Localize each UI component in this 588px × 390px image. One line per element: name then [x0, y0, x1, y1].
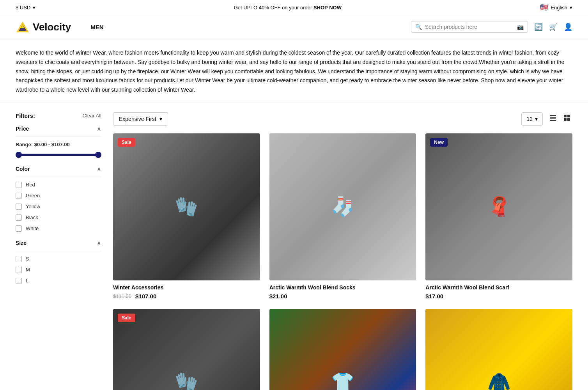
- currency-chevron-icon: ▾: [33, 5, 35, 11]
- sort-dropdown[interactable]: Expensive First ▾: [113, 112, 168, 126]
- product-thumbnail-6: 🧥: [425, 309, 572, 390]
- color-option-red[interactable]: Red: [16, 182, 101, 188]
- price-filter-title: Price: [16, 126, 29, 132]
- color-label-red: Red: [26, 182, 35, 188]
- grid-view-icon: [563, 114, 571, 122]
- header-right: 🔍 📷 🔄 🛒 👤: [411, 21, 572, 33]
- promo-link[interactable]: SHOP NOW: [313, 5, 342, 11]
- color-label-yellow: Yellow: [26, 204, 40, 209]
- size-label-s: S: [26, 256, 29, 262]
- color-checkbox-black[interactable]: [16, 214, 22, 221]
- color-chevron-icon: ∧: [97, 165, 101, 173]
- filter-header: Filters: Clear All: [16, 112, 101, 119]
- product-image-2: 🧦: [269, 133, 416, 280]
- price-range-separator: -: [48, 142, 51, 147]
- color-checkbox-green[interactable]: [16, 193, 22, 199]
- cart-button[interactable]: 🛒: [549, 23, 558, 31]
- range-thumb-left[interactable]: [16, 152, 22, 158]
- color-option-white[interactable]: White: [16, 225, 101, 232]
- sidebar: Filters: Clear All Price ∧ Range: $0.00 …: [16, 112, 101, 390]
- size-checkbox-s[interactable]: [16, 256, 22, 262]
- currency-label: $ USD: [16, 5, 30, 11]
- product-card-6[interactable]: 🧥 Yellow Winter Hoodie $45.00: [425, 309, 572, 390]
- product-image-3: New 🧣: [425, 133, 572, 280]
- search-icon: 🔍: [415, 24, 422, 30]
- product-thumbnail-3: 🧣: [425, 133, 572, 280]
- product-thumbnail-5: 👕: [269, 309, 416, 390]
- price-range-min: $0.00: [34, 142, 47, 147]
- product-card-2[interactable]: 🧦 Arctic Warmth Wool Blend Socks $21.00: [269, 133, 416, 300]
- product-image-1: Sale 🧤: [113, 133, 260, 280]
- size-filter-header[interactable]: Size ∧: [16, 239, 101, 251]
- header: Velocity MEN 🔍 📷 🔄 🛒 👤: [0, 15, 588, 39]
- view-list-button[interactable]: [547, 112, 558, 125]
- color-checkbox-white[interactable]: [16, 225, 22, 232]
- svg-rect-4: [550, 117, 556, 119]
- logo-icon: [16, 20, 30, 34]
- price-range-slider[interactable]: [16, 154, 101, 156]
- price-filter-header[interactable]: Price ∧: [16, 125, 101, 137]
- language-label: English: [551, 5, 567, 11]
- product-name-3: Arctic Warmth Wool Blend Scarf: [425, 284, 572, 291]
- product-card-3[interactable]: New 🧣 Arctic Warmth Wool Blend Scarf $17…: [425, 133, 572, 300]
- per-page-select[interactable]: 12 ▾: [521, 112, 543, 126]
- color-label-green: Green: [26, 193, 40, 199]
- size-option-s[interactable]: S: [16, 256, 101, 262]
- color-option-black[interactable]: Black: [16, 214, 101, 221]
- product-name-1: Winter Accessories: [113, 284, 260, 291]
- size-option-l[interactable]: L: [16, 278, 101, 284]
- price-range-text: Range:: [16, 142, 34, 147]
- list-view-icon: [549, 114, 557, 122]
- logo[interactable]: Velocity: [16, 20, 71, 34]
- product-badge-sale-4: Sale: [118, 314, 135, 322]
- color-checkbox-yellow[interactable]: [16, 204, 22, 210]
- camera-icon[interactable]: 📷: [517, 24, 524, 30]
- logo-text: Velocity: [33, 21, 71, 33]
- product-card-1[interactable]: Sale 🧤 Winter Accessories $111.00 $107.0…: [113, 133, 260, 300]
- color-option-yellow[interactable]: Yellow: [16, 204, 101, 210]
- svg-rect-7: [567, 115, 570, 117]
- view-grid-button[interactable]: [561, 112, 572, 125]
- product-area: Expensive First ▾ 12 ▾: [113, 112, 572, 390]
- per-page-value: 12: [526, 116, 533, 122]
- banner-paragraph: Welcome to the world of Winter Wear, whe…: [16, 48, 572, 95]
- range-thumb-right[interactable]: [95, 152, 101, 158]
- product-price-1: $111.00 $107.00: [113, 293, 260, 300]
- product-thumbnail-1: 🧤: [113, 133, 260, 280]
- currency-selector[interactable]: $ USD ▾: [16, 5, 35, 11]
- compare-button[interactable]: 🔄: [534, 23, 543, 31]
- top-bar: $ USD ▾ Get UPTO 40% OFF on your order S…: [0, 0, 588, 15]
- product-thumbnail-2: 🧦: [269, 133, 416, 280]
- account-button[interactable]: 👤: [564, 23, 572, 31]
- color-filter: Color ∧ Red Green Yellow Black White: [16, 165, 101, 232]
- language-selector[interactable]: 🇺🇸 English ▾: [540, 3, 572, 12]
- svg-rect-6: [564, 115, 567, 117]
- svg-rect-5: [550, 120, 556, 121]
- color-checkbox-red[interactable]: [16, 182, 22, 188]
- nav-item-men[interactable]: MEN: [90, 24, 103, 30]
- price-range-max: $107.00: [51, 142, 70, 147]
- product-name-2: Arctic Warmth Wool Blend Socks: [269, 284, 416, 291]
- svg-rect-3: [550, 115, 556, 116]
- promo-banner: Get UPTO 40% OFF on your order SHOP NOW: [35, 5, 540, 11]
- search-input[interactable]: [425, 24, 514, 30]
- size-checkbox-l[interactable]: [16, 278, 22, 284]
- color-option-green[interactable]: Green: [16, 193, 101, 199]
- product-card-5[interactable]: 👕 Colorful Winter Polo $34.00: [269, 309, 416, 390]
- product-badge-sale-1: Sale: [118, 138, 135, 147]
- color-filter-header[interactable]: Color ∧: [16, 165, 101, 177]
- filters-title: Filters:: [16, 112, 35, 119]
- product-current-price-2: $21.00: [269, 293, 287, 300]
- product-card-4[interactable]: Sale 🧤 Winter Leather Gloves $89.00 $65.…: [113, 309, 260, 390]
- color-filter-title: Color: [16, 166, 30, 172]
- svg-rect-8: [564, 118, 567, 121]
- size-checkbox-m[interactable]: [16, 267, 22, 273]
- product-image-4: Sale 🧤: [113, 309, 260, 390]
- size-option-m[interactable]: M: [16, 267, 101, 273]
- size-chevron-icon: ∧: [97, 239, 101, 247]
- search-bar[interactable]: 🔍 📷: [411, 21, 528, 33]
- clear-all-button[interactable]: Clear All: [83, 113, 101, 119]
- price-filter: Price ∧ Range: $0.00 - $107.00: [16, 125, 101, 156]
- nav-menu: MEN: [90, 24, 103, 30]
- product-price-3: $17.00: [425, 293, 572, 300]
